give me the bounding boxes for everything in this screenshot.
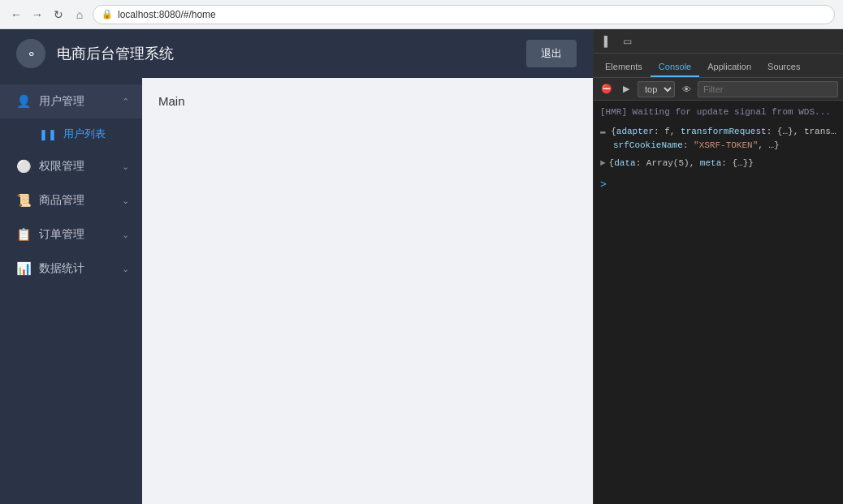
devtools-panel: ▌ ▭ Elements Console Application Sources… (593, 29, 843, 504)
sidebar-label-user-mgmt: 用户管理 (39, 94, 84, 109)
chevron-down-icon-goods: ⌄ (122, 196, 129, 206)
url-text: localhost:8080/#/home (118, 9, 216, 20)
lock-icon: 🔒 (102, 9, 113, 19)
console-output: [HMR] Waiting for update signal from WDS… (594, 101, 843, 504)
devtools-console-toolbar: ⛔ ▶ top 👁 (594, 78, 843, 101)
console-line-data[interactable]: ►{data: Array(5), meta: {…}} (600, 157, 837, 171)
back-button[interactable]: ← (8, 6, 24, 23)
content-title: Main (158, 94, 577, 108)
chevron-down-icon-stats: ⌄ (122, 264, 129, 274)
sidebar-item-data-stats[interactable]: 📊 数据统计 ⌄ (0, 252, 142, 286)
sidebar: 👤 用户管理 ⌃ ❚❚ 用户列表 ⚪ 权限管理 ⌄ 📜 (0, 78, 142, 504)
sidebar-item-user-mgmt[interactable]: 👤 用户管理 ⌃ (0, 84, 142, 118)
content-area: Main (142, 78, 593, 504)
console-filter-button[interactable]: ▶ (618, 81, 634, 97)
console-clear-button[interactable]: ⛔ (599, 81, 615, 97)
url-bar[interactable]: 🔒 localhost:8080/#/home (93, 5, 835, 24)
sidebar-label-goods-mgmt: 商品管理 (39, 193, 84, 208)
stats-icon: 📊 (16, 261, 31, 276)
tab-application[interactable]: Application (699, 58, 759, 77)
home-button[interactable]: ⌂ (71, 6, 88, 23)
main-area: ⚬ 电商后台管理系统 退出 👤 用户管理 ⌃ ❚❚ 用户列表 (0, 29, 843, 504)
app-header: ⚬ 电商后台管理系统 退出 (0, 29, 593, 78)
console-line-csrf: srfCookieName: "XSRF-TOKEN", …} (600, 139, 837, 153)
user-list-icon: ❚❚ (39, 128, 57, 140)
sidebar-item-order-mgmt[interactable]: 📋 订单管理 ⌄ (0, 218, 142, 252)
logout-button[interactable]: 退出 (526, 40, 577, 67)
console-filter-input[interactable] (698, 81, 838, 97)
perm-icon: ⚪ (16, 159, 31, 174)
sidebar-item-perm-mgmt[interactable]: ⚪ 权限管理 ⌄ (0, 149, 142, 183)
chevron-down-icon-perm: ⌄ (122, 162, 129, 172)
devtools-inspect-button[interactable]: ▌ (599, 32, 616, 50)
user-icon: 👤 (16, 94, 31, 109)
order-icon: 📋 (16, 227, 31, 242)
sidebar-label-data-stats: 数据统计 (39, 261, 84, 276)
devtools-top-toolbar: ▌ ▭ (594, 29, 843, 54)
sidebar-sub-item-user-list[interactable]: ❚❚ 用户列表 (0, 118, 142, 149)
app-body: 👤 用户管理 ⌃ ❚❚ 用户列表 ⚪ 权限管理 ⌄ 📜 (0, 78, 593, 504)
sidebar-label-perm-mgmt: 权限管理 (39, 159, 84, 174)
app-title: 电商后台管理系统 (57, 44, 174, 63)
console-prompt[interactable]: > (600, 177, 837, 194)
console-context-select[interactable]: top (638, 81, 675, 97)
console-eye-button[interactable]: 👁 (678, 81, 694, 97)
sidebar-label-order-mgmt: 订单管理 (39, 227, 84, 242)
tab-elements[interactable]: Elements (597, 58, 651, 77)
console-line-hmr: [HMR] Waiting for update signal from WDS… (600, 106, 837, 120)
goods-icon: 📜 (16, 193, 31, 208)
console-line-adapter: ▬ {adapter: f, transformRequest: {…}, tr… (600, 125, 837, 140)
chevron-down-icon-order: ⌄ (122, 230, 129, 240)
app-container: ⚬ 电商后台管理系统 退出 👤 用户管理 ⌃ ❚❚ 用户列表 (0, 29, 593, 504)
app-logo: ⚬ (16, 39, 45, 68)
devtools-device-button[interactable]: ▭ (618, 32, 636, 50)
reload-button[interactable]: ↻ (50, 6, 67, 23)
forward-button[interactable]: → (29, 6, 45, 23)
tab-sources[interactable]: Sources (759, 58, 808, 77)
logo-icon: ⚬ (26, 46, 37, 62)
browser-chrome: ← → ↻ ⌂ 🔒 localhost:8080/#/home (0, 0, 843, 29)
sidebar-label-user-list: 用户列表 (63, 127, 106, 141)
tab-console[interactable]: Console (651, 58, 699, 77)
devtools-tabs: Elements Console Application Sources (594, 54, 843, 78)
chevron-up-icon: ⌃ (122, 97, 129, 107)
sidebar-item-goods-mgmt[interactable]: 📜 商品管理 ⌄ (0, 183, 142, 218)
app-title-area: ⚬ 电商后台管理系统 (16, 39, 174, 68)
